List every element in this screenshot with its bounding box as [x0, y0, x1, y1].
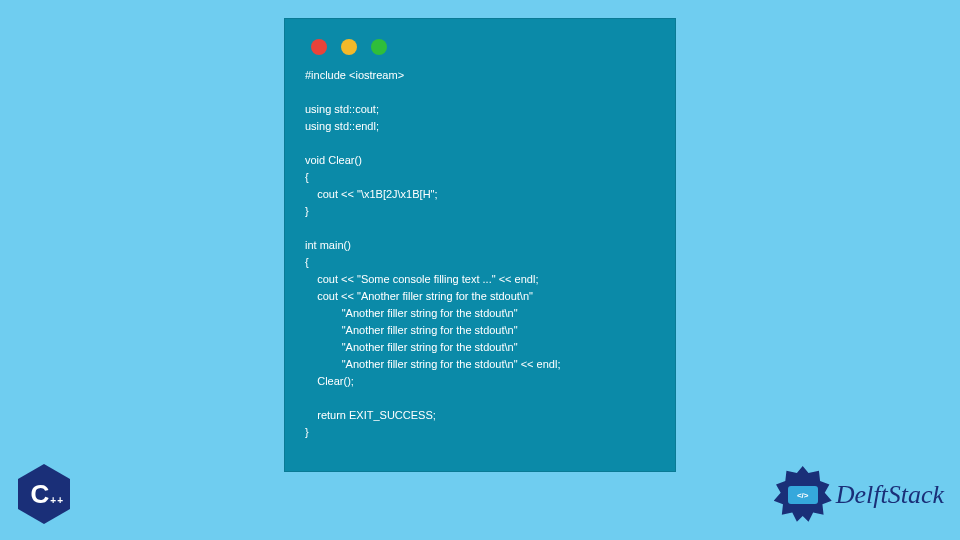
cpp-badge: C ++ — [14, 460, 74, 528]
maximize-icon[interactable] — [371, 39, 387, 55]
stage: #include <iostream> using std::cout; usi… — [0, 0, 960, 540]
cpp-hexagon-icon: C ++ — [18, 464, 70, 524]
cpp-letter: C — [31, 479, 50, 510]
code-window: #include <iostream> using std::cout; usi… — [284, 18, 676, 472]
close-icon[interactable] — [311, 39, 327, 55]
code-block: #include <iostream> using std::cout; usi… — [305, 67, 655, 441]
code-angle-icon: </> — [788, 486, 818, 504]
delftstack-label: DelftStack — [836, 480, 944, 510]
cpp-plusplus: ++ — [50, 495, 64, 506]
delftstack-logo: </> DelftStack — [774, 466, 944, 524]
window-controls — [311, 39, 655, 55]
minimize-icon[interactable] — [341, 39, 357, 55]
delftstack-star-icon: </> — [774, 466, 832, 524]
